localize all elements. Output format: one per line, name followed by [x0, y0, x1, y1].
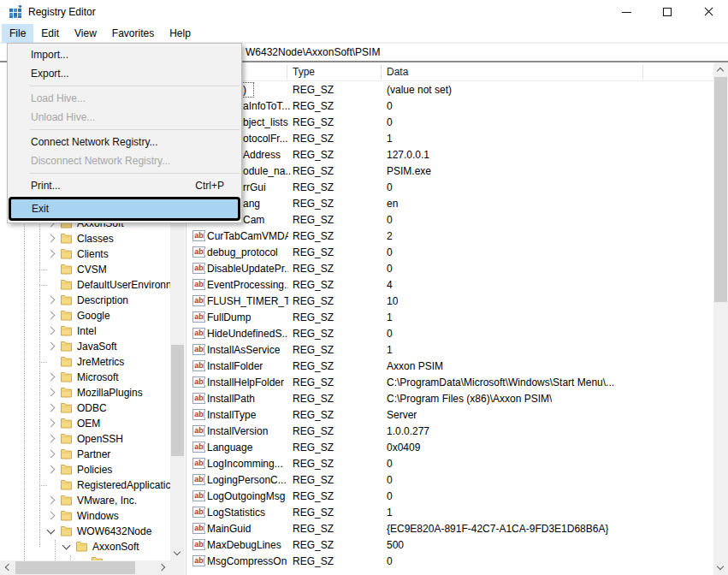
- chevron-right-icon[interactable]: [47, 234, 56, 243]
- close-button[interactable]: [689, 0, 728, 24]
- menubar-item-view[interactable]: View: [67, 24, 104, 43]
- tree-item-description[interactable]: Description: [0, 293, 170, 308]
- registry-value-row[interactable]: abFLUSH_TIMER_TI...REG_SZ10: [188, 293, 713, 310]
- registry-value-row[interactable]: abLogingPersonC...REG_SZ0: [188, 472, 713, 489]
- registry-value-row[interactable]: abDisableUpdatePr...REG_SZ0: [188, 261, 713, 277]
- tree-item-odbc[interactable]: ODBC: [0, 400, 170, 416]
- registry-value-row[interactable]: abdebug_protocolREG_SZ0: [188, 245, 713, 261]
- tree-item-partial[interactable]: [0, 554, 170, 560]
- tree-scrollbar-thumb[interactable]: [171, 345, 184, 456]
- menu-item-unload-hive[interactable]: Unload Hive...: [8, 108, 241, 127]
- scroll-up-button[interactable]: [713, 62, 728, 77]
- registry-value-row[interactable]: )REG_SZ(value not set): [188, 82, 713, 98]
- list-scrollbar-thumb[interactable]: [714, 77, 727, 302]
- scroll-right-button[interactable]: [156, 560, 170, 575]
- registry-value-row[interactable]: abInstallHelpFolderREG_SZC:\ProgramData\…: [188, 375, 713, 391]
- menu-item-import[interactable]: Import...: [8, 45, 241, 64]
- registry-value-row[interactable]: otocolFr...REG_SZ1: [188, 131, 713, 147]
- registry-value-row[interactable]: odule_na...REG_SZPSIM.exe: [188, 163, 713, 180]
- chevron-right-icon[interactable]: [47, 435, 56, 443]
- registry-value-row[interactable]: abLogStatisticsREG_SZ1: [188, 505, 713, 521]
- tree-item-openssh[interactable]: OpenSSH: [0, 431, 170, 447]
- registry-value-row[interactable]: abLogOutgoingMsgREG_SZ0: [188, 489, 713, 505]
- chevron-right-icon[interactable]: [47, 373, 56, 382]
- tree-horizontal-scrollbar[interactable]: [0, 560, 170, 575]
- chevron-down-icon[interactable]: [62, 542, 71, 550]
- column-separator[interactable]: [381, 65, 382, 80]
- registry-value-row[interactable]: abEventProcessing...REG_SZ4: [188, 277, 713, 293]
- registry-value-row[interactable]: abFullDumpREG_SZ1: [188, 310, 713, 326]
- column-header-type[interactable]: Type: [293, 62, 315, 81]
- tree-item-clients[interactable]: Clients: [0, 246, 170, 262]
- chevron-right-icon[interactable]: [47, 450, 56, 459]
- maximize-button[interactable]: [648, 0, 687, 24]
- tree-item-axxonsoft[interactable]: AxxonSoft: [0, 539, 170, 554]
- menubar-item-help[interactable]: Help: [162, 24, 198, 43]
- tree-hscrollbar-thumb[interactable]: [15, 561, 135, 574]
- registry-value-row[interactable]: angREG_SZen: [188, 196, 713, 212]
- tree-item-mozillaplugins[interactable]: MozillaPlugins: [0, 385, 170, 400]
- tree-item-windows[interactable]: Windows: [0, 508, 170, 524]
- registry-value-row[interactable]: abInstallPathREG_SZC:\Program Files (x86…: [188, 391, 713, 407]
- registry-value-row[interactable]: abMainGuidREG_SZ{EC9E820A-891F-42C7-A1CA…: [188, 521, 713, 537]
- menu-item-exit[interactable]: Exit: [9, 197, 240, 221]
- chevron-right-icon[interactable]: [47, 327, 56, 335]
- registry-value-row[interactable]: CamREG_SZ0: [188, 212, 713, 228]
- scroll-down-button[interactable]: [170, 546, 185, 560]
- registry-value-row[interactable]: abInstallAsServiceREG_SZ1: [188, 342, 713, 359]
- chevron-right-icon[interactable]: [47, 250, 56, 258]
- registry-value-row[interactable]: AddressREG_SZ127.0.0.1: [188, 147, 713, 163]
- tree-item-javasoft[interactable]: JavaSoft: [0, 339, 170, 354]
- chevron-right-icon[interactable]: [47, 342, 56, 351]
- chevron-right-icon[interactable]: [47, 465, 56, 474]
- menu-item-load-hive[interactable]: Load Hive...: [8, 89, 241, 108]
- tree-item-oem[interactable]: OEM: [0, 416, 170, 431]
- menu-item-disconnect-network-registry[interactable]: Disconnect Network Registry...: [8, 151, 241, 170]
- registry-value-row[interactable]: abInstallFolderREG_SZAxxon PSIM: [188, 359, 713, 375]
- column-separator[interactable]: [642, 65, 643, 80]
- registry-value-row[interactable]: rrGuiREG_SZ0: [188, 180, 713, 196]
- tree-item-classes[interactable]: Classes: [0, 231, 170, 246]
- list-vertical-scrollbar[interactable]: [713, 62, 728, 575]
- menubar-item-edit[interactable]: Edit: [33, 24, 67, 43]
- tree-item-partner[interactable]: Partner: [0, 447, 170, 462]
- menubar-item-favorites[interactable]: Favorites: [104, 24, 162, 43]
- menu-item-export[interactable]: Export...: [8, 64, 241, 83]
- menu-item-connect-network-registry[interactable]: Connect Network Registry...: [8, 133, 241, 151]
- tree-item-vmware-inc[interactable]: VMware, Inc.: [0, 493, 170, 508]
- registry-value-row[interactable]: abMsgCompressOnREG_SZ0: [188, 554, 713, 570]
- registry-value-row[interactable]: abInstallVersionREG_SZ1.0.0.277: [188, 424, 713, 440]
- registry-value-row[interactable]: aInfoToT...REG_SZ0: [188, 98, 713, 115]
- chevron-right-icon[interactable]: [47, 512, 56, 520]
- tree-item-registeredapplicatic[interactable]: RegisteredApplicatic: [0, 477, 170, 493]
- column-separator[interactable]: [287, 65, 287, 80]
- registry-value-row[interactable]: bject_listsREG_SZ0: [188, 115, 713, 131]
- chevron-right-icon[interactable]: [47, 419, 56, 428]
- minimize-button[interactable]: [607, 0, 646, 24]
- scroll-left-button[interactable]: [0, 560, 15, 575]
- tree-item-defaultuserenvironn[interactable]: DefaultUserEnvironn: [0, 277, 170, 293]
- chevron-right-icon[interactable]: [47, 404, 56, 412]
- menu-item-print[interactable]: Print...Ctrl+P: [8, 176, 241, 195]
- menubar-item-file[interactable]: File: [2, 24, 33, 43]
- registry-value-row[interactable]: abInstallTypeREG_SZServer: [188, 407, 713, 424]
- registry-value-row[interactable]: abCurTabCamVMDAREG_SZ2: [188, 228, 713, 245]
- tree-item-intel[interactable]: Intel: [0, 323, 170, 339]
- chevron-right-icon[interactable]: [47, 311, 56, 320]
- registry-value-row[interactable]: abHideUndefinedS...REG_SZ0: [188, 326, 713, 342]
- tree-item-microsoft[interactable]: Microsoft: [0, 370, 170, 385]
- chevron-right-icon[interactable]: [47, 388, 56, 397]
- registry-value-row[interactable]: abMaxDebugLinesREG_SZ500: [188, 537, 713, 554]
- scroll-down-button[interactable]: [713, 560, 728, 575]
- chevron-right-icon[interactable]: [47, 496, 56, 505]
- column-header-data[interactable]: Data: [387, 62, 408, 81]
- tree-item-jremetrics[interactable]: JreMetrics: [0, 354, 170, 370]
- registry-value-row[interactable]: abLogIncomming...REG_SZ0: [188, 456, 713, 472]
- registry-value-row[interactable]: abLanguageREG_SZ0x0409: [188, 440, 713, 456]
- tree-item-policies[interactable]: Policies: [0, 462, 170, 477]
- tree-item-cvsm[interactable]: CVSM: [0, 262, 170, 277]
- tree-item-wow6432node[interactable]: WOW6432Node: [0, 524, 170, 539]
- tree-item-google[interactable]: Google: [0, 308, 170, 323]
- chevron-down-icon[interactable]: [47, 526, 56, 535]
- chevron-right-icon[interactable]: [47, 296, 56, 305]
